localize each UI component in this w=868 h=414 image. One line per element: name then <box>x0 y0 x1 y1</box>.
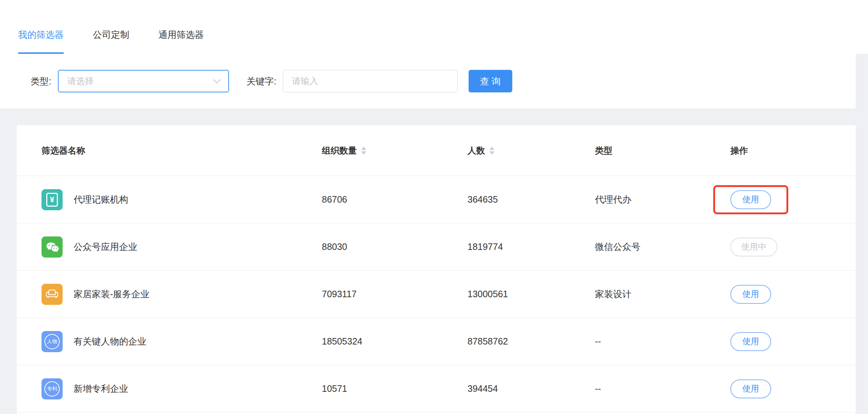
table-row: 公众号应用企业 88030 1819774 微信公众号 使用中 <box>17 223 856 271</box>
type-value: -- <box>595 336 730 347</box>
type-value: -- <box>595 383 730 394</box>
sofa-icon <box>42 284 63 305</box>
org-count-value: 7093117 <box>322 289 467 299</box>
filter-name: 代理记账机构 <box>74 194 128 206</box>
table-row: 专利 新增专利企业 10571 394454 -- 使用 <box>17 365 856 413</box>
header-type: 类型 <box>595 145 730 156</box>
sort-icon[interactable] <box>361 147 366 155</box>
keyword-input[interactable] <box>283 70 458 92</box>
type-value: 微信公众号 <box>595 241 730 253</box>
org-count-value: 86706 <box>322 194 467 205</box>
type-label: 类型: <box>31 75 51 87</box>
filter-name-cell: 公众号应用企业 <box>17 236 322 258</box>
use-button[interactable]: 使用 <box>730 379 771 398</box>
highlight-ring: 使用 <box>713 280 788 309</box>
type-select-placeholder: 请选择 <box>67 75 214 87</box>
filter-name-cell: 家居家装-服务企业 <box>17 284 322 305</box>
filter-bar: 类型: 请选择 关键字: 查 询 <box>0 54 856 108</box>
sort-icon[interactable] <box>489 147 494 155</box>
tab-my-filters[interactable]: 我的筛选器 <box>18 29 64 54</box>
header-action: 操作 <box>730 145 856 156</box>
filter-name-cell: 人物 有关键人物的企业 <box>17 331 322 352</box>
filters-table-card: 筛选器名称 组织数量 人数 类型 操作 ¥ 代理记账机构 86706 36463… <box>17 125 856 414</box>
action-cell: 使用 <box>730 327 856 356</box>
search-button[interactable]: 查 询 <box>469 70 512 92</box>
tab-company-custom[interactable]: 公司定制 <box>93 29 129 54</box>
tab-bar: 我的筛选器 公司定制 通用筛选器 <box>0 0 868 54</box>
filter-name-cell: ¥ 代理记账机构 <box>17 189 322 210</box>
header-people-count-label: 人数 <box>467 145 485 156</box>
people-count-value: 87858762 <box>467 336 595 347</box>
chevron-down-icon <box>213 76 221 83</box>
tab-general-filters[interactable]: 通用筛选器 <box>158 29 204 54</box>
highlight-ring: 使用 <box>713 374 788 403</box>
people-count-value: 394454 <box>467 383 595 394</box>
header-org-count-label: 组织数量 <box>322 145 357 156</box>
type-value: 家装设计 <box>595 288 730 300</box>
person-icon: 人物 <box>42 331 63 352</box>
action-cell: 使用 <box>730 374 856 403</box>
use-button[interactable]: 使用中 <box>730 238 777 256</box>
people-count-value: 364635 <box>467 194 595 205</box>
filter-name: 新增专利企业 <box>74 383 128 395</box>
org-count-value: 18505324 <box>322 336 467 347</box>
highlight-ring: 使用中 <box>713 232 794 262</box>
table-row: 人物 有关键人物的企业 18505324 87858762 -- 使用 <box>17 318 856 365</box>
org-count-value: 10571 <box>322 383 467 394</box>
filter-manager-page: 我的筛选器 公司定制 通用筛选器 类型: 请选择 关键字: 查 询 筛选器名称 … <box>0 0 868 414</box>
highlight-ring: 使用 <box>713 185 788 214</box>
table-header-row: 筛选器名称 组织数量 人数 类型 操作 <box>17 125 856 176</box>
ledger-icon: ¥ <box>42 189 63 210</box>
people-count-value: 13000561 <box>467 289 595 299</box>
table-row: 家居家装-服务企业 7093117 13000561 家装设计 使用 <box>17 271 856 318</box>
filter-name: 家居家装-服务企业 <box>74 288 149 300</box>
org-count-value: 88030 <box>322 242 467 252</box>
header-people-count: 人数 <box>467 145 595 156</box>
people-count-value: 1819774 <box>467 242 595 252</box>
filter-name-cell: 专利 新增专利企业 <box>17 378 322 399</box>
filter-name: 有关键人物的企业 <box>74 335 146 347</box>
use-button[interactable]: 使用 <box>730 285 771 304</box>
use-button[interactable]: 使用 <box>730 190 771 209</box>
use-button[interactable]: 使用 <box>730 332 771 351</box>
action-cell: 使用中 <box>730 232 856 262</box>
type-value: 代理代办 <box>595 194 730 206</box>
table-row: ¥ 代理记账机构 86706 364635 代理代办 使用 <box>17 176 856 223</box>
table-body: ¥ 代理记账机构 86706 364635 代理代办 使用 公众号应用企业 88… <box>17 176 856 413</box>
header-org-count: 组织数量 <box>322 145 467 156</box>
keyword-label: 关键字: <box>246 75 276 87</box>
filter-name: 公众号应用企业 <box>74 241 137 253</box>
patent-icon: 专利 <box>42 378 63 399</box>
wechat-icon <box>42 236 63 258</box>
highlight-ring: 使用 <box>713 327 788 356</box>
action-cell: 使用 <box>730 185 856 214</box>
type-select[interactable]: 请选择 <box>58 70 229 92</box>
header-filter-name: 筛选器名称 <box>17 145 322 156</box>
action-cell: 使用 <box>730 280 856 309</box>
